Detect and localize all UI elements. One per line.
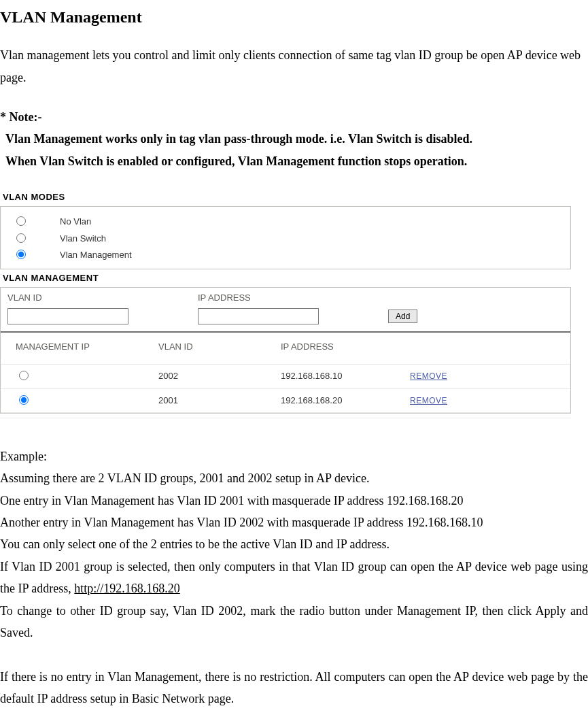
example-p2: One entry in Vlan Management has Vlan ID… (0, 490, 588, 512)
vlan-mode-radio-vlan-switch[interactable] (16, 233, 26, 243)
example-p1: Assuming there are 2 VLAN ID groups, 200… (0, 467, 588, 489)
example-p4: You can only select one of the 2 entries… (0, 533, 588, 555)
management-ip-radio-0[interactable] (19, 371, 29, 380)
remove-link-1[interactable]: REMOVE (410, 396, 447, 405)
example-p6: To change to other ID group say, Vlan ID… (0, 600, 588, 644)
intro-paragraph: Vlan management lets you control and lim… (0, 44, 588, 88)
vlan-add-section: VLAN ID IP ADDRESS Add (1, 288, 570, 333)
col-header-vlan-id: VLAN ID (152, 333, 274, 365)
add-vlan-id-label: VLAN ID (7, 292, 198, 304)
example-ip-link[interactable]: http://192.168.168.20 (74, 582, 180, 595)
vlan-mode-radio-no-vlan[interactable] (16, 216, 26, 226)
add-ip-address-label: IP ADDRESS (198, 292, 388, 304)
example-label: Example: (0, 446, 588, 467)
vlan-mode-label-vlan-switch: Vlan Switch (60, 231, 132, 247)
add-vlan-id-input[interactable] (7, 308, 128, 324)
table-row: 2002 192.168.168.10 REMOVE (1, 365, 570, 388)
vlan-modes-header: VLAN MODES (0, 188, 571, 206)
page-title: VLAN Management (0, 3, 588, 32)
vlan-modes-box: No Vlan Vlan Switch Vlan Management (0, 206, 571, 269)
vlan-management-header: VLAN MANAGEMENT (0, 269, 571, 287)
table-vlan-id-0: 2002 (152, 365, 274, 388)
example-p7: If there is no entry in Vlan Management,… (0, 666, 588, 710)
col-header-management-ip: MANAGEMENT IP (1, 333, 152, 365)
note-line-1: Vlan Management works only in tag vlan p… (0, 128, 588, 150)
table-row: 2001 192.168.168.20 REMOVE (1, 388, 570, 412)
management-ip-radio-1[interactable] (19, 395, 29, 405)
note-label: * Note:- (0, 106, 588, 128)
example-p5: If Vlan ID 2001 group is selected, then … (0, 556, 588, 600)
note-block: * Note:- Vlan Management works only in t… (0, 106, 588, 172)
add-ip-address-input[interactable] (198, 308, 319, 324)
vlan-mode-label-no-vlan: No Vlan (60, 214, 132, 230)
vlan-mode-radio-vlan-management[interactable] (16, 250, 26, 259)
remove-link-0[interactable]: REMOVE (410, 371, 447, 381)
example-p3: Another entry in Vlan Management has Vla… (0, 512, 588, 533)
vlan-management-box: VLAN ID IP ADDRESS Add MANAGEMENT IP VLA… (0, 287, 571, 414)
table-ip-address-1: 192.168.168.20 (274, 388, 403, 412)
add-button[interactable]: Add (388, 310, 417, 323)
note-line-2: When Vlan Switch is enabled or configure… (0, 150, 588, 172)
vlan-config-panel: VLAN MODES No Vlan Vlan Switch Vlan Mana… (0, 188, 571, 418)
table-vlan-id-1: 2001 (152, 388, 274, 412)
col-header-ip-address: IP ADDRESS (274, 333, 403, 365)
table-ip-address-0: 192.168.168.10 (274, 365, 403, 388)
vlan-management-table: MANAGEMENT IP VLAN ID IP ADDRESS 2002 19… (1, 333, 570, 413)
vlan-mode-label-vlan-management: Vlan Management (60, 247, 132, 263)
